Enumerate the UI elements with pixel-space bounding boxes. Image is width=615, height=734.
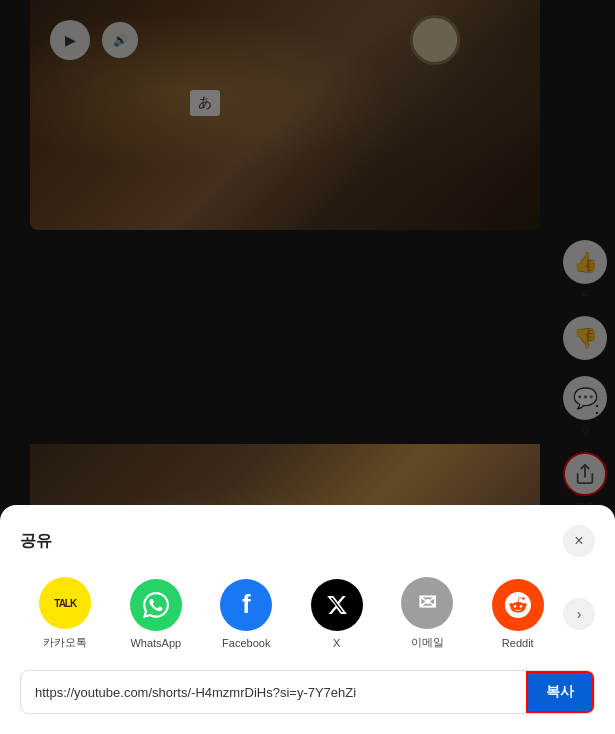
share-whatsapp[interactable]: WhatsApp [111, 579, 202, 649]
whatsapp-icon[interactable] [130, 579, 182, 631]
more-apps-button[interactable]: › [563, 598, 595, 630]
modal-title: 공유 [20, 531, 52, 552]
reddit-icon[interactable] [492, 579, 544, 631]
modal-header: 공유 × [20, 525, 595, 557]
close-button[interactable]: × [563, 525, 595, 557]
whatsapp-label: WhatsApp [130, 637, 181, 649]
email-label: 이메일 [411, 635, 444, 650]
kakao-label: 카카오톡 [43, 635, 87, 650]
share-apps-row: TALK 카카오톡 WhatsApp f Facebook [20, 577, 595, 650]
share-kakao[interactable]: TALK 카카오톡 [20, 577, 111, 650]
url-input[interactable] [21, 673, 526, 712]
url-bar: 복사 [20, 670, 595, 714]
share-modal: 공유 × TALK 카카오톡 WhatsApp f Facebook [0, 505, 615, 734]
share-email[interactable]: ✉ 이메일 [382, 577, 473, 650]
share-x[interactable]: X [292, 579, 383, 649]
kakao-icon[interactable]: TALK [39, 577, 91, 629]
copy-button[interactable]: 복사 [526, 671, 594, 713]
facebook-label: Facebook [222, 637, 270, 649]
x-icon[interactable] [311, 579, 363, 631]
email-icon[interactable]: ✉ [401, 577, 453, 629]
share-facebook[interactable]: f Facebook [201, 579, 292, 649]
x-label: X [333, 637, 340, 649]
share-reddit[interactable]: Reddit [473, 579, 564, 649]
reddit-label: Reddit [502, 637, 534, 649]
facebook-icon[interactable]: f [220, 579, 272, 631]
